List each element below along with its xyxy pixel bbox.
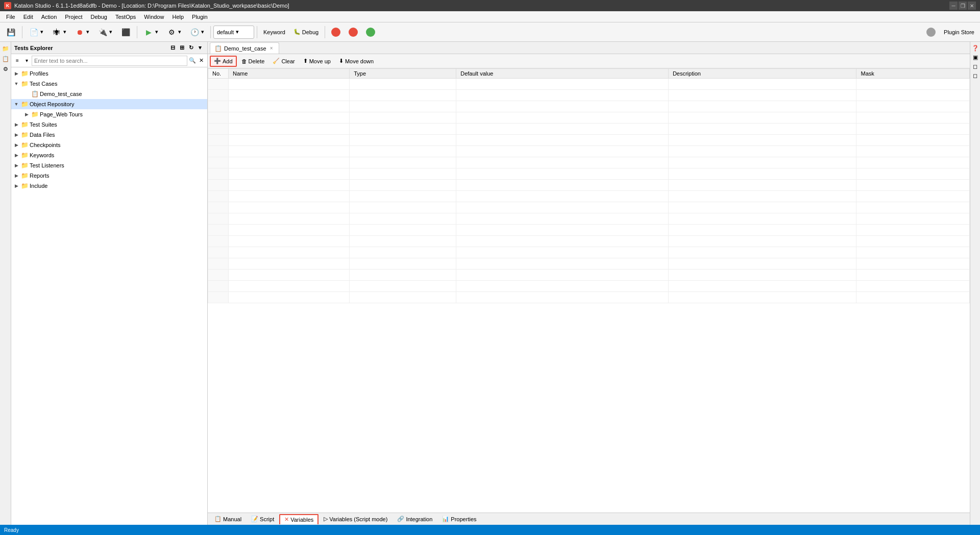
filter-icon[interactable]: ≡ [13, 57, 21, 65]
variables-tab-label: Variables [290, 517, 313, 523]
right-icon-panel3[interactable]: ◻ [971, 71, 979, 80]
refresh-icon[interactable]: ↻ [187, 44, 195, 52]
menu-item-window[interactable]: Window [140, 13, 168, 21]
tree-item-data-files[interactable]: ▶ 📁 Data Files [11, 130, 207, 140]
clear-variable-button[interactable]: 🧹 Clear [269, 56, 298, 67]
menu-bar: FileEditActionProjectDebugTestOpsWindowH… [0, 11, 980, 22]
move-up-icon: ⬆ [303, 58, 308, 64]
schedule-button[interactable]: 🕐 ▾ [186, 25, 208, 39]
menu-item-action[interactable]: Action [37, 13, 61, 21]
expand-all-icon[interactable]: ⊞ [178, 44, 186, 52]
tree-item-checkpoints[interactable]: ▶ 📁 Checkpoints [11, 140, 207, 150]
collapse-all-icon[interactable]: ⊟ [168, 44, 177, 52]
circle-btn-3[interactable] [362, 25, 379, 39]
right-icon-panel2[interactable]: ◻ [971, 62, 979, 70]
keywords-icon: 📁 [20, 151, 29, 159]
integration-tab-label: Integration [406, 516, 432, 522]
menu-item-plugin[interactable]: Plugin [188, 13, 212, 21]
tree-item-reports[interactable]: ▶ 📁 Reports [11, 171, 207, 181]
move-down-icon: ⬇ [339, 58, 344, 64]
tree-item-demo-test-case[interactable]: 📋 Demo_test_case [11, 89, 207, 99]
tab-integration[interactable]: 🔗 Integration [393, 514, 437, 524]
profile-value: default [217, 29, 234, 35]
menu-item-help[interactable]: Help [168, 13, 188, 21]
side-icon-2[interactable]: 📋 [1, 54, 10, 63]
move-down-button[interactable]: ⬇ Move down [335, 56, 377, 67]
plugin-store-button[interactable]: Plugin Store [940, 25, 978, 39]
user-icon-button[interactable] [923, 25, 939, 39]
profile-dropdown-arrow: ▾ [236, 29, 239, 35]
empty-row [208, 90, 970, 101]
tree-item-keywords[interactable]: ▶ 📁 Keywords [11, 150, 207, 160]
tree-item-include[interactable]: ▶ 📁 Include [11, 181, 207, 191]
expand-object-repo-icon: ▼ [13, 101, 19, 107]
circle-icon-3 [366, 28, 375, 37]
tab-close-button[interactable]: × [268, 45, 275, 52]
empty-row [208, 101, 970, 112]
profiles-folder-icon: 📁 [20, 69, 29, 78]
col-name-header: Name [229, 69, 350, 79]
search-input[interactable] [32, 56, 187, 66]
expand-test-suites-icon: ▶ [13, 121, 19, 128]
menu-item-debug[interactable]: Debug [87, 13, 111, 21]
add-variable-button[interactable]: ➕ Add [210, 56, 237, 67]
minimize-button[interactable]: ─ [949, 2, 958, 10]
move-up-button[interactable]: ⬆ Move up [300, 56, 334, 67]
tree-item-test-cases[interactable]: ▼ 📁 Test Cases [11, 79, 207, 89]
empty-row [208, 292, 970, 303]
plugin-button[interactable]: 🔌 ▾ [94, 25, 116, 39]
tab-variables-script[interactable]: ▷ Variables (Script mode) [319, 514, 392, 524]
new-button[interactable]: 📄 ▾ [25, 25, 47, 39]
spy-dropdown-icon: ▾ [63, 29, 66, 35]
test-cases-folder-icon: 📁 [20, 80, 29, 88]
circle-btn-2[interactable] [345, 25, 361, 39]
menu-item-testops[interactable]: TestOps [111, 13, 140, 21]
demo-test-case-tab[interactable]: 📋 Demo_test_case × [210, 42, 279, 54]
tree-item-page-web-tours[interactable]: ▶ 📁 Page_Web Tours [11, 109, 207, 119]
save-button[interactable]: 💾 [2, 25, 19, 39]
debug-toolbar-button[interactable]: 🐛 Debug [290, 25, 322, 39]
tree-item-test-listeners[interactable]: ▶ 📁 Test Listeners [11, 160, 207, 171]
tab-properties[interactable]: 📊 Properties [437, 514, 481, 524]
tab-script[interactable]: 📝 Script [247, 514, 279, 524]
search-bar: ≡ ▾ 🔍 ✕ [11, 54, 207, 67]
menu-item-file[interactable]: File [2, 13, 19, 21]
empty-row [208, 180, 970, 191]
tab-file-icon: 📋 [214, 45, 222, 52]
menu-item-project[interactable]: Project [61, 13, 86, 21]
side-icon-1[interactable]: 📁 [1, 44, 10, 53]
run-settings-button[interactable]: ⚙ ▾ [163, 25, 185, 39]
close-button[interactable]: ✕ [968, 2, 976, 10]
menu-item-edit[interactable]: Edit [19, 13, 37, 21]
manual-tab-label: Manual [223, 516, 241, 522]
tree-item-test-suites[interactable]: ▶ 📁 Test Suites [11, 119, 207, 130]
object-repository-label: Object Repository [30, 101, 74, 107]
tab-variables[interactable]: ✕ Variables [279, 514, 318, 524]
record-dropdown-icon: ▾ [86, 29, 89, 35]
profile-dropdown[interactable]: default ▾ [213, 26, 254, 39]
spy-web-button[interactable]: 🕷 ▾ [48, 25, 70, 39]
manual-tab-icon: 📋 [214, 516, 222, 522]
tree-item-object-repository[interactable]: ▼ 📁 Object Repository [11, 99, 207, 109]
keyword-button[interactable]: Keyword [260, 25, 289, 39]
new-icon: 📄 [29, 27, 39, 37]
view-menu-icon[interactable]: ▾ [196, 44, 204, 52]
restore-button[interactable]: ❒ [959, 2, 967, 10]
record-web-button[interactable]: ⏺ ▾ [71, 25, 93, 39]
tab-manual[interactable]: 📋 Manual [210, 514, 246, 524]
clear-search-icon[interactable]: ✕ [197, 57, 205, 65]
tree-item-profiles[interactable]: ▶ 📁 Profiles [11, 68, 207, 79]
right-icon-panel1[interactable]: ▣ [971, 53, 979, 61]
toolbar-separator-4 [257, 26, 257, 38]
delete-variable-button[interactable]: 🗑 Delete [238, 56, 268, 67]
run-button[interactable]: ▶ ▾ [140, 25, 162, 39]
page-web-tours-icon: 📁 [31, 110, 39, 118]
search-icon[interactable]: 🔍 [188, 57, 197, 65]
explorer-title: Tests Explorer [14, 45, 168, 51]
stop-button[interactable]: ⬛ [117, 25, 134, 39]
circle-btn-1[interactable] [328, 25, 344, 39]
right-icon-help[interactable]: ❓ [971, 44, 979, 52]
circle-icon-2 [349, 28, 358, 37]
filter-dropdown-icon[interactable]: ▾ [22, 57, 31, 65]
side-icon-3[interactable]: ⚙ [1, 64, 10, 74]
